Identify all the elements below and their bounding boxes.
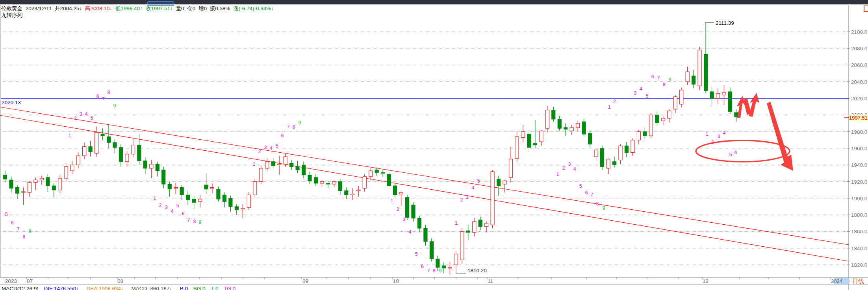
candle (381, 172, 385, 173)
candle (107, 137, 110, 142)
candle (95, 133, 98, 153)
candle (716, 93, 720, 98)
candle (722, 92, 726, 95)
candle (345, 191, 348, 195)
candle (436, 259, 440, 267)
drawn-arrow[interactable] (767, 102, 793, 171)
candle (515, 137, 519, 158)
candle (143, 161, 147, 168)
sequence-number: 5 (646, 93, 649, 99)
candle (673, 97, 677, 109)
candle (454, 254, 458, 265)
sequence-number: 4 (723, 130, 726, 136)
period-selector-label[interactable]: 日线 (852, 278, 864, 285)
drawing-layer (696, 93, 793, 171)
x-axis-label: 2023 (5, 278, 17, 284)
sequence-number: 8 (193, 219, 196, 224)
sequence-number: 7 (591, 192, 594, 198)
sequence-number: 1 (706, 131, 708, 137)
candle (186, 195, 190, 200)
sequence-number: 3 (80, 111, 82, 117)
sequence-number: 7 (187, 217, 190, 223)
candle (83, 147, 86, 156)
x-axis-label: 09 (302, 278, 308, 284)
sequence-number: 7 (102, 96, 105, 102)
candle (582, 122, 586, 134)
sequence-number: 4 (640, 86, 642, 92)
y-axis-label: 1980.0 (851, 129, 867, 135)
candle (241, 208, 245, 209)
sequence-number: 6 (585, 190, 588, 196)
sequence-number: 9 (439, 268, 442, 273)
candle (156, 164, 159, 171)
candle (540, 131, 543, 142)
candle (363, 177, 366, 188)
sequence-number: 6 (421, 264, 424, 269)
candle (296, 166, 299, 170)
b-value: B 0 (180, 286, 188, 290)
sequence-number: 8 (663, 82, 666, 87)
t-value: T 0 (211, 286, 218, 290)
candle (235, 207, 238, 210)
y-axis-label: 2040.0 (851, 79, 867, 85)
sequence-number: 3 (718, 134, 720, 139)
y-axis-label: 1880.0 (851, 212, 867, 218)
candle (284, 157, 287, 164)
sequence-number: 1 (608, 104, 611, 110)
candle (424, 228, 427, 242)
candle (210, 187, 214, 188)
candle (588, 133, 592, 144)
candle (229, 198, 232, 207)
sequence-number: 8 (293, 124, 295, 130)
candle (479, 220, 482, 227)
y-axis-label: 1960.0 (851, 146, 867, 151)
candle (655, 115, 659, 122)
sequence-number: 8 (433, 268, 436, 273)
candle (387, 174, 391, 186)
sequence-number: 7 (427, 268, 430, 273)
drawn-arrow[interactable] (737, 96, 745, 118)
drawn-ellipse[interactable] (696, 140, 790, 162)
candle (46, 177, 50, 186)
candle (204, 185, 208, 189)
candle (290, 163, 293, 166)
candle (278, 164, 281, 165)
sequence-number: 9 (199, 220, 202, 225)
chart-canvas[interactable]: 2100.02080.02060.02040.02020.02000.01980… (0, 0, 868, 290)
candle (101, 134, 104, 136)
candle (180, 187, 184, 195)
dif-value: DIF 1476.550↓ (44, 286, 79, 290)
candle (485, 223, 488, 226)
candle (308, 175, 312, 181)
candle (619, 146, 622, 160)
sequence-number: 4 (573, 166, 576, 172)
y-axis-label: 2020.0 (851, 96, 867, 102)
candle (332, 182, 336, 184)
sequence-number: 3 (568, 161, 571, 167)
drawn-arrow[interactable] (749, 93, 759, 117)
candle (430, 242, 433, 259)
candle (406, 198, 409, 218)
candle (417, 218, 421, 228)
x-axis-label: 11 (488, 278, 493, 284)
candle (576, 123, 580, 127)
candlestick-layer (4, 22, 738, 275)
candle (320, 182, 324, 183)
candle (15, 187, 19, 193)
sequence-number: 6 (651, 74, 654, 79)
grid-layer: 2100.02080.02060.02040.02020.02000.01980… (1, 29, 867, 268)
blue-line-price-label: 2020.13 (2, 100, 21, 105)
candle (460, 231, 464, 260)
y-axis-label: 1900.0 (851, 196, 867, 201)
candle (606, 159, 610, 168)
candle (473, 222, 476, 233)
candle (64, 166, 68, 178)
sequence-number: 6 (734, 150, 737, 155)
sequence-number: 9 (113, 103, 116, 109)
candle (692, 76, 696, 84)
y-axis-label: 2080.0 (851, 46, 867, 52)
sequence-number: 3 (466, 194, 469, 200)
candle (34, 180, 37, 182)
sequence-number: 8 (23, 234, 26, 240)
candle (259, 168, 263, 182)
